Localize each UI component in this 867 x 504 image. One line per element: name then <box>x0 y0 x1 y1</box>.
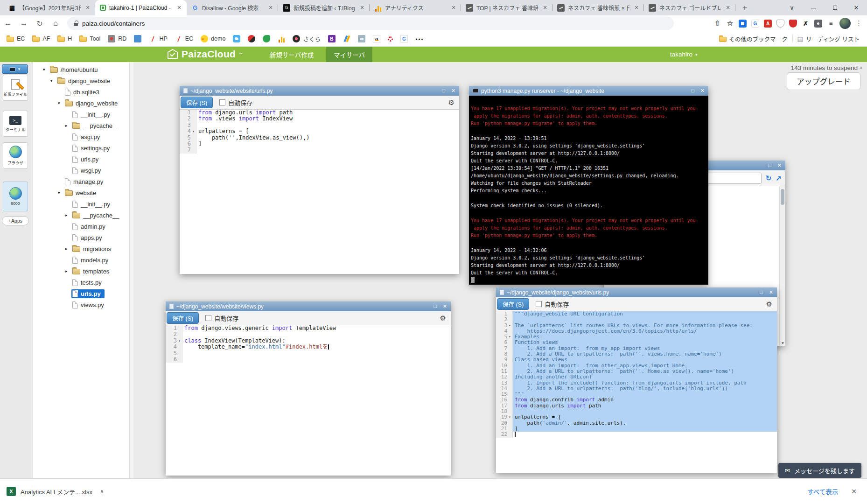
tree-item-website[interactable]: ▾website <box>43 187 129 198</box>
browser-tab[interactable]: T.I新規投稿を追加 ‹ T.IBlog -✕ <box>278 0 370 15</box>
code-editor[interactable]: 1from django.views.generic import Templa… <box>166 325 451 476</box>
bookmark-item[interactable] <box>263 35 270 42</box>
gear-icon[interactable]: ⚙ <box>440 314 446 322</box>
tree-item-templates[interactable]: ▸templates <box>43 266 129 277</box>
autosave-checkbox[interactable] <box>536 301 542 307</box>
pdf-extension-icon[interactable]: A <box>764 20 772 28</box>
tab-close-icon[interactable]: ✕ <box>541 4 549 12</box>
browser-tab[interactable]: ネスカフェ 香味焙煎 × 日本✕ <box>552 0 644 15</box>
tree-item-urls.py[interactable]: urls.py <box>43 154 129 165</box>
tree-item-urls.py[interactable]: urls.py <box>43 288 129 299</box>
new-tab-button[interactable]: + <box>739 3 750 13</box>
x-extension-icon[interactable]: ✗ <box>802 20 810 28</box>
maximize-icon[interactable]: □ <box>760 289 763 295</box>
collapse-icon[interactable]: ▾ <box>58 101 64 105</box>
tab-close-icon[interactable]: ✕ <box>358 4 366 12</box>
app-tile-ターミナル[interactable]: ターミナル <box>3 111 28 137</box>
bookmark-item-さくら[interactable]: さくら <box>293 35 321 43</box>
bookmark-item[interactable] <box>134 35 141 42</box>
user-menu[interactable]: takahiro ▾ <box>670 47 698 62</box>
tree-item-apps.py[interactable]: apps.py <box>43 232 129 243</box>
other-bookmarks[interactable]: その他のブックマーク <box>719 35 788 43</box>
bookmark-item-HP[interactable]: /HP <box>149 35 167 42</box>
home-icon[interactable]: ⌂ <box>48 19 63 28</box>
nav-my-server[interactable]: マイサーバ <box>326 47 372 62</box>
save-button[interactable]: 保存 (S) <box>181 97 213 108</box>
share-icon[interactable]: ⇧ <box>713 20 721 28</box>
terminal-titlebar[interactable]: python3 manage.py runserver - ~/django_w… <box>469 86 708 96</box>
tree-item-django_website[interactable]: ▾django_website <box>43 75 129 86</box>
browser-tab[interactable]: GDisallow - Google 検索✕ <box>187 0 278 15</box>
back-icon[interactable]: ← <box>0 19 16 28</box>
bookmark-item-H[interactable]: H <box>57 35 72 42</box>
tree-item-migrations[interactable]: ▸migrations <box>43 243 129 254</box>
app-tile-ブラウザ[interactable]: ブラウザ <box>3 142 28 168</box>
close-download-bar-icon[interactable]: ✕ <box>851 488 857 495</box>
reload-icon[interactable]: ↻ <box>32 19 48 28</box>
maximize-icon[interactable]: □ <box>691 88 694 94</box>
bookmark-item[interactable] <box>248 35 255 42</box>
tree-item-views.py[interactable]: views.py <box>43 299 129 310</box>
reading-list[interactable]: ▤ リーディング リスト <box>797 35 860 43</box>
terminal-output[interactable]: You have 17 unapplied migration(s). Your… <box>469 96 708 285</box>
terminal-dropdown-button[interactable]: ▾ <box>2 64 28 74</box>
browser-tab[interactable]: takahiro-1 | PaizaCloud -✕ <box>95 0 187 15</box>
adguard-extension-icon[interactable] <box>789 20 797 28</box>
tab-search-icon[interactable]: ∨ <box>781 4 803 11</box>
maximize-icon[interactable]: □ <box>442 88 445 94</box>
bookmark-item-RD[interactable]: RD <box>108 35 126 42</box>
tag-assistant-extension-icon[interactable] <box>739 20 747 28</box>
code-editor[interactable]: 1"""django_website URL Configuration23▾T… <box>496 311 777 473</box>
download-menu-caret-icon[interactable]: ∧ <box>100 488 104 495</box>
app-tile-新規ファイル[interactable]: 新規ファイル <box>3 75 28 101</box>
bookmark-item-Tool[interactable]: Tool <box>79 35 100 42</box>
tab-close-icon[interactable]: ✕ <box>267 4 274 12</box>
bookmark-item[interactable] <box>233 35 240 42</box>
close-icon[interactable]: ✕ <box>700 88 705 94</box>
gear-icon[interactable]: ⚙ <box>448 98 454 107</box>
editor-titlebar[interactable]: ~/django_website/django_website/urls.py … <box>496 287 777 297</box>
bookmark-item-AF[interactable]: AF <box>32 35 50 42</box>
fold-icon[interactable]: ▾ <box>507 414 512 420</box>
bookmark-item[interactable] <box>388 36 393 42</box>
minimize-window-icon[interactable] <box>803 4 824 11</box>
tree-item-manage.py[interactable]: manage.py <box>43 176 129 187</box>
bookmark-item[interactable] <box>343 35 350 42</box>
autosave-checkbox[interactable] <box>219 99 225 105</box>
upgrade-button[interactable]: アップグレード <box>787 72 860 90</box>
gear-icon[interactable]: ⚙ <box>766 300 772 308</box>
browser-tab[interactable]: ▦【Google】2021年6月3日に✕ <box>4 0 95 15</box>
tree-item-__init__.py[interactable]: __init__.py <box>43 109 129 120</box>
chat-widget-button[interactable]: ✉ メッセージを残します <box>778 463 861 478</box>
tab-close-icon[interactable]: ✕ <box>84 4 91 12</box>
open-external-icon[interactable]: ↗ <box>776 174 782 182</box>
browser-tab[interactable]: アナリティクス✕ <box>370 0 461 15</box>
browser-tab[interactable]: ネスカフェ ゴールドブレンド バ✕ <box>644 0 735 15</box>
shield-extension-icon[interactable] <box>776 20 784 28</box>
puzzle-extensions-icon[interactable] <box>814 20 822 28</box>
browser-tab[interactable]: TOP | ネスカフェ 香味焙煎✕ <box>461 0 552 15</box>
playlist-extension-icon[interactable]: ≡ <box>827 20 835 28</box>
address-bar[interactable]: paiza.cloud/containers <box>67 17 674 30</box>
tree-item-wsgi.py[interactable]: wsgi.py <box>43 165 129 176</box>
tab-close-icon[interactable]: ✕ <box>633 4 640 12</box>
scroll-down-icon[interactable]: ▾ <box>780 341 786 345</box>
tree-item-__pycache__[interactable]: ▸__pycache__ <box>43 210 129 221</box>
fold-icon[interactable]: ▾ <box>507 323 512 329</box>
expand-icon[interactable]: ▸ <box>65 213 71 217</box>
tab-close-icon[interactable]: ✕ <box>724 4 732 12</box>
bookmark-item-EC[interactable]: /EC <box>175 35 193 42</box>
translate-extension-icon[interactable]: G <box>751 20 759 28</box>
fold-icon[interactable]: ▾ <box>507 334 512 340</box>
restore-window-icon[interactable] <box>824 4 846 11</box>
collapse-icon[interactable]: ▾ <box>58 190 64 195</box>
reload-icon[interactable]: ↻ <box>766 174 772 182</box>
tab-close-icon[interactable]: ✕ <box>450 4 457 12</box>
fold-icon[interactable]: ▾ <box>177 338 182 344</box>
collapse-icon[interactable]: ▾ <box>43 67 49 72</box>
scrollbar[interactable]: ▾ <box>779 186 785 346</box>
add-apps-button[interactable]: +Apps <box>2 216 29 225</box>
expand-icon[interactable]: ▸ <box>65 246 71 251</box>
bookmark-star-icon[interactable]: ☆ <box>726 20 734 28</box>
editor-titlebar[interactable]: ~/django_website/website/urls.py □ ✕ <box>180 86 459 96</box>
